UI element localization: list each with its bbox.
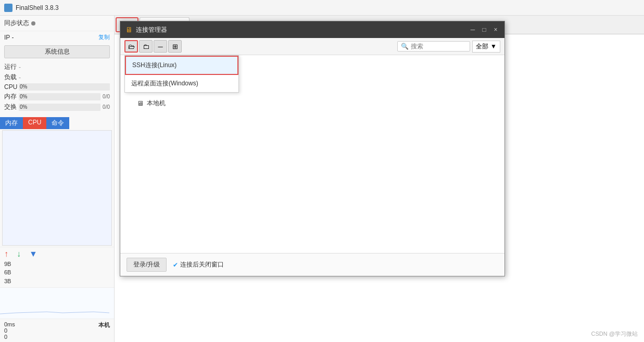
status-dot [31, 21, 35, 26]
toolbar-grid-icon: ⊞ [172, 43, 178, 50]
dialog-search: 🔍 全部 ▼ [397, 41, 500, 53]
sync-status: 同步状态 [4, 19, 35, 28]
toolbar-grid-button[interactable]: ⊞ [168, 40, 182, 53]
cpu-value: 0% [20, 83, 27, 91]
dropdown-menu: SSH连接(Linux) 远程桌面连接(Windows) [124, 55, 239, 93]
net-arrows: ↑ ↓ ▼ [4, 249, 110, 259]
dialog-footer: 登录/升级 ✔ 连接后关闭窗口 [120, 253, 504, 276]
checkbox-icon: ✔ [173, 261, 178, 269]
dialog-minimize-button[interactable]: ─ [469, 26, 476, 33]
sidebar: 同步状态 IP - 复制 系统信息 运行 - 负载 - CPU [0, 16, 115, 342]
run-dash: - [19, 64, 21, 71]
ip-row: IP - 复制 [0, 31, 114, 43]
cpu-bar: 0% [19, 83, 110, 91]
login-upgrade-button[interactable]: 登录/升级 [127, 258, 167, 272]
footer-checkbox[interactable]: ✔ 连接后关闭窗口 [173, 260, 224, 269]
dialog-title-icon: 🖥 [125, 26, 133, 34]
load-row: 负载 - [4, 73, 110, 82]
ping-values: 0ms 0 0 [4, 321, 15, 340]
search-input[interactable] [411, 43, 463, 50]
connection-manager-dialog: 🖥 连接管理器 ─ □ × 🗁 🗀 [120, 21, 505, 276]
search-box: 🔍 [397, 41, 470, 52]
net-chart-svg [0, 288, 109, 319]
filter-chevron-icon: ▼ [490, 43, 497, 50]
network-section: ↑ ↓ ▼ 9B 6B 3B [0, 247, 114, 288]
tree-item-local[interactable]: 🖥 本地机 [137, 97, 498, 110]
dialog-overlay: 🖥 连接管理器 ─ □ × 🗁 🗀 [115, 16, 644, 342]
memory-bar: 0% [19, 93, 100, 100]
net-chart-area [0, 287, 114, 319]
dialog-title: 连接管理器 [136, 26, 167, 34]
checkbox-label: 连接后关闭窗口 [180, 260, 224, 269]
arrow-down-icon: ↓ [17, 249, 21, 259]
memory-value: 0% [20, 93, 27, 100]
app-icon [4, 4, 12, 12]
swap-label: 交换 [4, 103, 19, 111]
dialog-controls: ─ □ × [469, 26, 499, 33]
filter-dropdown[interactable]: 全部 ▼ [472, 41, 500, 53]
tab-cmd[interactable]: 命令 [46, 117, 69, 129]
dialog-title-left: 🖥 连接管理器 [125, 26, 167, 34]
local-machine-icon: 🖥 [137, 99, 144, 107]
cpu-label: CPU [4, 83, 19, 91]
sys-info-button[interactable]: 系统信息 [4, 45, 110, 58]
content-area: 🗁 1 新标签页 × + 🖥 连接管理器 ─ □ [115, 16, 644, 342]
dropdown-item-ssh[interactable]: SSH连接(Linux) [125, 56, 238, 75]
dialog-toolbar: 🗁 🗀 ─ ⊞ 🔍 [120, 38, 504, 55]
search-icon: 🔍 [401, 43, 409, 50]
ping-host: 本机 [98, 321, 110, 340]
arrow-down2-icon: ▼ [29, 249, 37, 259]
copy-button[interactable]: 复制 [98, 33, 110, 41]
toolbar-add-icon: 🗀 [143, 43, 149, 50]
tab-memory[interactable]: 内存 [0, 117, 23, 129]
toolbar-folder-icon: 🗁 [128, 43, 135, 50]
load-label: 负载 [4, 73, 19, 82]
swap-value: 0% [20, 104, 27, 111]
load-dash: - [19, 74, 21, 81]
watermark: CSDN @学习微站 [591, 330, 638, 338]
run-row: 运行 - [4, 62, 110, 71]
dialog-maximize-button[interactable]: □ [481, 26, 488, 33]
monitor-chart [2, 130, 112, 246]
toolbar-minus-icon: ─ [158, 43, 162, 50]
tab-cpu[interactable]: CPU [23, 117, 46, 129]
metrics-section: 运行 - 负载 - CPU 0% 内存 0% 0/0 [0, 60, 114, 115]
sync-label: 同步状态 [4, 19, 29, 28]
local-machine-label: 本地机 [147, 99, 166, 108]
app-title: FinalShell 3.8.3 [16, 4, 59, 11]
sidebar-top: 同步状态 [0, 16, 114, 31]
filter-label: 全部 [476, 42, 488, 51]
toolbar-folder-button[interactable]: 🗁 [124, 40, 138, 53]
title-bar: FinalShell 3.8.3 [0, 0, 644, 16]
ping-section: 0ms 0 0 本机 [0, 319, 114, 342]
tree-area: 🖥 本地机 [120, 93, 504, 253]
net-total-value: 3B [4, 277, 110, 286]
cpu-row: CPU 0% [4, 83, 110, 91]
monitor-tabs: 内存 CPU 命令 [0, 117, 114, 129]
dialog-body: SSH连接(Linux) 远程桌面连接(Windows) 🖥 本地机 [120, 55, 504, 253]
memory-label: 内存 [4, 92, 19, 101]
swap-extra: 0/0 [103, 104, 110, 110]
dropdown-item-rdp[interactable]: 远程桌面连接(Windows) [125, 75, 238, 92]
swap-row: 交换 0% 0/0 [4, 103, 110, 111]
net-down-value: 6B [4, 268, 110, 277]
ip-label: IP - [4, 34, 14, 41]
dialog-titlebar: 🖥 连接管理器 ─ □ × [120, 21, 504, 38]
ping-ms: 0ms [4, 321, 15, 327]
net-up-value: 9B [4, 260, 110, 269]
swap-bar: 0% [19, 104, 100, 111]
arrow-up-icon: ↑ [4, 249, 8, 259]
toolbar-minus-button[interactable]: ─ [154, 40, 167, 53]
memory-row: 内存 0% 0/0 [4, 92, 110, 101]
net-values: 9B 6B 3B [4, 260, 110, 286]
toolbar-add-button[interactable]: 🗀 [139, 40, 153, 53]
dialog-close-button[interactable]: × [492, 26, 499, 33]
run-label: 运行 [4, 62, 19, 71]
memory-extra: 0/0 [103, 94, 110, 99]
